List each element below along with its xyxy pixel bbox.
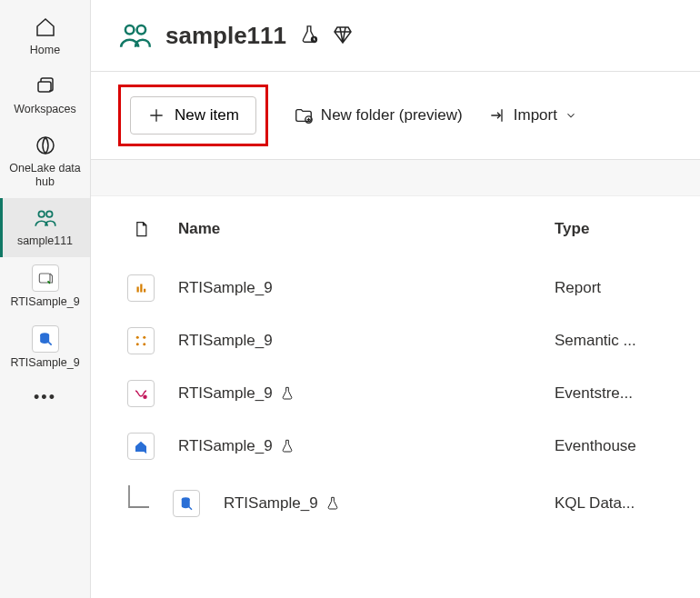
item-type: Eventstre... (555, 384, 673, 403)
svg-point-6 (125, 25, 135, 34)
svg-point-14 (143, 336, 145, 339)
onelake-icon (33, 133, 58, 158)
folder-plus-icon (294, 105, 314, 125)
item-name: RTISample_9 (178, 437, 273, 455)
svg-rect-12 (144, 289, 145, 293)
svg-rect-10 (137, 287, 139, 293)
item-type: Semantic ... (555, 332, 673, 350)
item-type: Eventhouse (555, 437, 673, 455)
sidebar-item-rtisample9-a[interactable]: RTISample_9 (0, 257, 90, 318)
report-icon (127, 274, 155, 302)
table-row[interactable]: RTISample_9 Eventhouse (91, 420, 700, 473)
table-header: Name Type (91, 196, 700, 262)
sidebar-item-home[interactable]: Home (0, 7, 90, 66)
diamond-icon (332, 24, 354, 48)
svg-point-7 (137, 25, 146, 34)
sidebar-item-rtisample9-b[interactable]: RTISample_9 (0, 318, 90, 379)
table-row-nested[interactable]: RTISample_9 KQL Data... (91, 473, 700, 534)
new-folder-label: New folder (preview) (321, 106, 463, 125)
svg-rect-11 (140, 284, 142, 293)
svg-point-3 (46, 211, 53, 217)
home-icon (33, 15, 58, 40)
item-table: Name Type RTISample_9 Report RTISample_9… (91, 196, 700, 598)
trial-icon (280, 439, 295, 453)
new-item-label: New item (175, 106, 239, 125)
sidebar-label: Workspaces (14, 103, 76, 116)
main: sample111 New item New folder (preview) … (91, 0, 700, 598)
item-name: RTISample_9 (178, 279, 273, 297)
highlight-new-item: New item (118, 85, 268, 146)
svg-point-1 (37, 137, 54, 154)
sidebar: Home Workspaces OneLake data hub sample1… (0, 0, 91, 598)
svg-point-16 (143, 343, 145, 345)
table-row[interactable]: RTISample_9 Semantic ... (91, 314, 700, 367)
svg-rect-0 (38, 82, 51, 92)
kql-database-icon (173, 490, 200, 517)
people-icon (33, 205, 58, 231)
svg-point-2 (38, 211, 45, 217)
trial-icon (299, 25, 319, 47)
file-header-icon (118, 218, 164, 240)
sidebar-more[interactable]: ••• (34, 388, 56, 407)
import-button[interactable]: Import (488, 106, 577, 125)
db-thumb-icon (32, 325, 59, 353)
chevron-down-icon (565, 109, 577, 122)
item-type: KQL Data... (555, 494, 673, 513)
item-name: RTISample_9 (224, 494, 318, 513)
item-type: Report (555, 279, 673, 297)
plus-icon (147, 106, 165, 125)
eventhouse-icon (127, 433, 155, 460)
import-icon (488, 106, 506, 125)
toolbar: New item New folder (preview) Import (91, 71, 700, 160)
table-row[interactable]: RTISample_9 Report (91, 262, 700, 314)
workspace-title: sample111 (165, 22, 286, 50)
eventstream-icon (127, 380, 155, 407)
trial-icon (325, 496, 340, 511)
svg-point-15 (136, 343, 139, 345)
tree-connector-icon (118, 485, 155, 522)
svg-point-17 (143, 395, 147, 400)
sidebar-item-sample111[interactable]: sample111 (0, 198, 90, 257)
sidebar-label: Home (30, 44, 60, 57)
table-row[interactable]: RTISample_9 Eventstre... (91, 367, 700, 420)
type-header[interactable]: Type (555, 220, 673, 238)
new-item-button[interactable]: New item (130, 96, 256, 135)
spacer (91, 160, 700, 196)
sidebar-label: RTISample_9 (10, 295, 79, 309)
svg-point-13 (136, 336, 139, 339)
workspace-people-icon (118, 18, 153, 53)
item-name: RTISample_9 (178, 384, 273, 403)
item-name: RTISample_9 (178, 332, 273, 350)
workspace-thumb-icon (32, 264, 59, 292)
trial-icon (280, 386, 295, 401)
sidebar-item-workspaces[interactable]: Workspaces (0, 66, 90, 125)
name-header[interactable]: Name (178, 220, 540, 238)
sidebar-label: sample111 (17, 234, 73, 248)
sidebar-item-onelake[interactable]: OneLake data hub (0, 125, 90, 198)
sidebar-label: OneLake data hub (4, 162, 86, 189)
semantic-model-icon (127, 327, 155, 354)
workspaces-icon (33, 74, 58, 99)
import-label: Import (514, 106, 557, 125)
new-folder-button[interactable]: New folder (preview) (294, 105, 463, 125)
sidebar-label: RTISample_9 (10, 356, 79, 370)
workspace-header: sample111 (91, 0, 700, 71)
